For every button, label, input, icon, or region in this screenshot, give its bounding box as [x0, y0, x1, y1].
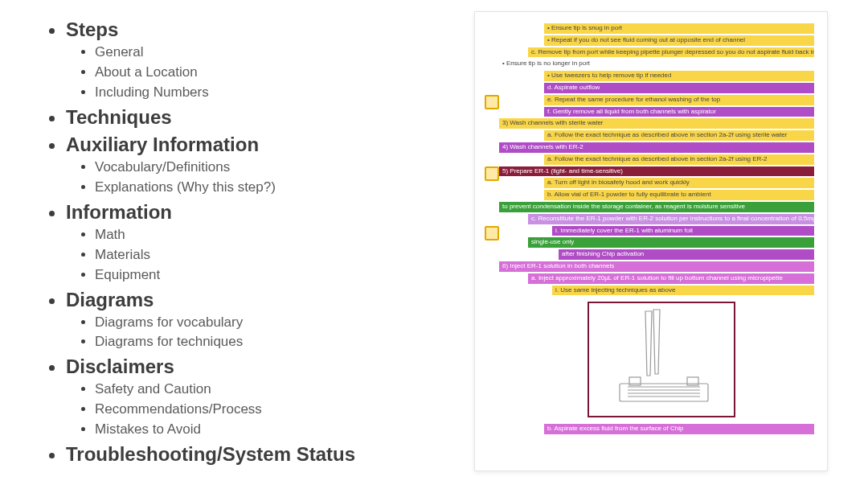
- outline-sub: General: [95, 43, 434, 62]
- outline-panel: Steps General About a Location Including…: [0, 0, 434, 489]
- doc-line: b. Aspirate excess fluid from the surfac…: [544, 424, 814, 434]
- outline-sub: Diagrams for vocabulary: [95, 314, 434, 332]
- outline-item-info: Information Math Materials Equipment: [66, 200, 434, 285]
- outline-item-steps: Steps General About a Location Including…: [66, 18, 434, 102]
- outline-sub: Explanations (Why this step?): [95, 179, 434, 197]
- diagram-box: [588, 302, 735, 417]
- outline-label: Techniques: [66, 106, 172, 128]
- doc-line: a. Follow the exact technique as describ…: [544, 130, 814, 141]
- doc-line: • Ensure tip is snug in port: [544, 23, 814, 34]
- doc-line: • Use tweezers to help remove tip if nee…: [544, 71, 814, 81]
- outline-sub: Mistakes to Avoid: [95, 421, 434, 439]
- pipette-chip-diagram-icon: [589, 303, 734, 416]
- doc-line: c. Remove tip from port while keeping pi…: [528, 47, 814, 58]
- comment-marker-icon: [485, 226, 499, 240]
- outline-item-disclaimers: Disclaimers Safety and Caution Recommend…: [66, 355, 434, 439]
- outline-sub: Math: [95, 226, 434, 244]
- outline-sub: Recommendations/Process: [95, 401, 434, 419]
- doc-line: to prevent condensation inside the stora…: [499, 202, 814, 212]
- outline-sub: Equipment: [95, 266, 434, 285]
- doc-line: single-use only: [528, 237, 814, 248]
- outline-sub: Safety and Caution: [95, 380, 434, 399]
- doc-line: 6) Inject ER-1 solution in both channels: [499, 261, 814, 272]
- outline-sub: About a Location: [95, 64, 434, 82]
- outline-label: Troubleshooting/System Status: [66, 443, 355, 465]
- doc-line: f. Gently remove all liquid from both ch…: [544, 107, 814, 117]
- outline-label: Auxiliary Information: [66, 134, 259, 155]
- outline-sub: Including Numbers: [95, 84, 434, 102]
- outline-sub: Materials: [95, 246, 434, 265]
- doc-line: b. Allow vial of ER-1 powder to fully eq…: [544, 190, 814, 200]
- outline-item-techniques: Techniques: [66, 105, 434, 129]
- doc-line: after finishing Chip activation: [559, 249, 814, 260]
- comment-marker-icon: [485, 166, 499, 181]
- doc-line: d. Aspirate outflow: [544, 83, 814, 93]
- doc-line: a. Inject approximately 20µL of ER-1 sol…: [528, 273, 814, 284]
- doc-line: a. Follow the exact technique as describ…: [544, 154, 814, 165]
- doc-line: • Repeat if you do not see fluid coming …: [544, 35, 814, 46]
- slide: Steps General About a Location Including…: [0, 0, 868, 489]
- doc-line: 3) Wash channels with sterile water: [499, 118, 814, 129]
- outline-label: Steps: [66, 18, 118, 40]
- doc-line: e. Repeat the same procedure for ethanol…: [544, 95, 814, 105]
- outline-item-aux: Auxiliary Information Vocabulary/Definit…: [66, 133, 434, 197]
- doc-page: • Ensure tip is snug in port• Repeat if …: [474, 11, 828, 471]
- outline-sub: Vocabulary/Definitions: [95, 158, 434, 177]
- outline-item-diagrams: Diagrams Diagrams for vocabulary Diagram…: [66, 288, 434, 352]
- outline-label: Disclaimers: [66, 355, 174, 377]
- outline-label: Diagrams: [66, 289, 154, 310]
- doc-line: i. Use same injecting techniques as abov…: [552, 286, 814, 296]
- outline-label: Information: [66, 201, 172, 223]
- doc-panel: • Ensure tip is snug in port• Repeat if …: [434, 0, 868, 489]
- doc-line: • Ensure tip is no longer in port: [499, 59, 814, 69]
- doc-line: 5) Prepare ER-1 (light- and time-sensiti…: [499, 166, 814, 177]
- outline-sub: Diagrams for techniques: [95, 333, 434, 351]
- doc-line: i. Immediately cover the ER-1 with alumi…: [552, 226, 814, 236]
- doc-line: 4) Wash channels with ER-2: [499, 142, 814, 153]
- comment-marker-icon: [485, 95, 499, 109]
- outline-list: Steps General About a Location Including…: [48, 18, 434, 466]
- doc-line: a. Turn off light in biosafety hood and …: [544, 178, 814, 188]
- doc-line: c. Reconstitute the ER-1 powder with ER-…: [528, 214, 814, 224]
- svg-rect-0: [620, 384, 708, 401]
- outline-item-troubleshooting: Troubleshooting/System Status: [66, 442, 434, 466]
